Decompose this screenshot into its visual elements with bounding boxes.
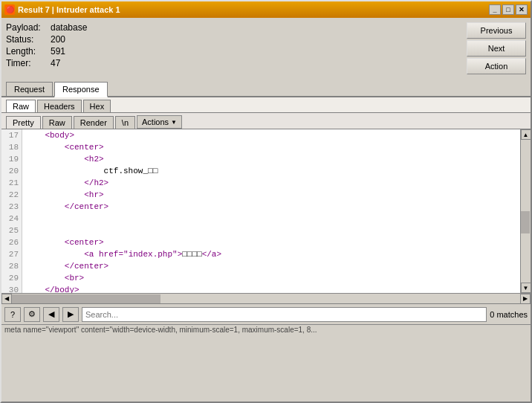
timer-label: Timer: — [6, 58, 51, 68]
help-button[interactable]: ? — [4, 307, 21, 322]
code-area: 17181920212223242526272829303132 <body> … — [1, 129, 531, 293]
timer-value: 47 — [51, 58, 60, 68]
status-bar: meta name="viewport" content="width=devi… — [1, 324, 531, 335]
search-input[interactable] — [82, 307, 487, 322]
status-text: meta name="viewport" content="width=devi… — [4, 326, 317, 334]
info-panel: Payload: database Status: 200 Length: 59… — [6, 22, 462, 74]
chevron-down-icon: ▼ — [171, 119, 177, 126]
inner-tab-bar: Pretty Raw Render \n Actions ▼ — [1, 113, 531, 129]
forward-button[interactable]: ▶ — [62, 307, 79, 322]
h-scroll-track[interactable] — [12, 294, 520, 303]
header-section: Payload: database Status: 200 Length: 59… — [1, 18, 531, 79]
app-icon: 🔴 — [4, 4, 15, 15]
vertical-scrollbar[interactable]: ▲ ▼ — [520, 129, 531, 293]
actions-dropdown-button[interactable]: Actions ▼ — [137, 115, 182, 129]
payload-row: Payload: database — [6, 22, 462, 33]
main-window: 🔴 Result 7 | Intruder attack 1 _ □ ✕ Pay… — [0, 0, 532, 403]
close-button[interactable]: ✕ — [516, 4, 528, 15]
innertab-pretty[interactable]: Pretty — [6, 116, 41, 129]
line-numbers: 17181920212223242526272829303132 — [1, 129, 22, 293]
scroll-right-arrow[interactable]: ▶ — [520, 294, 531, 304]
length-label: Length: — [6, 46, 51, 57]
button-panel: Previous Next Action — [467, 22, 526, 74]
action-button[interactable]: Action — [467, 58, 526, 74]
back-button[interactable]: ◀ — [43, 307, 59, 322]
length-row: Length: 591 — [6, 46, 462, 57]
title-bar-left: 🔴 Result 7 | Intruder attack 1 — [4, 4, 120, 15]
settings-button[interactable]: ⚙ — [24, 307, 40, 322]
status-label: Status: — [6, 34, 51, 45]
minimize-button[interactable]: _ — [489, 4, 501, 15]
status-value: 200 — [51, 34, 65, 45]
horizontal-scrollbar[interactable]: ◀ ▶ — [1, 293, 531, 303]
tab-request[interactable]: Request — [6, 82, 53, 96]
code-container: 17181920212223242526272829303132 <body> … — [1, 129, 520, 293]
title-controls: _ □ ✕ — [489, 4, 528, 15]
next-button[interactable]: Next — [467, 40, 526, 57]
window-title: Result 7 | Intruder attack 1 — [18, 5, 120, 14]
subtab-raw[interactable]: Raw — [6, 100, 36, 112]
scroll-up-arrow[interactable]: ▲ — [521, 129, 531, 140]
h-scroll-thumb[interactable] — [12, 294, 160, 303]
innertab-render[interactable]: Render — [74, 116, 114, 129]
scroll-left-arrow[interactable]: ◀ — [1, 294, 12, 304]
sub-tab-bar: Raw Headers Hex — [1, 97, 531, 113]
match-count: 0 matches — [490, 310, 528, 319]
length-value: 591 — [51, 46, 65, 57]
innertab-ln[interactable]: \n — [115, 116, 135, 129]
scroll-down-arrow[interactable]: ▼ — [521, 283, 531, 293]
tab-response[interactable]: Response — [54, 82, 108, 97]
maximize-button[interactable]: □ — [502, 4, 514, 15]
main-tab-bar: Request Response — [1, 79, 531, 97]
timer-row: Timer: 47 — [6, 58, 462, 68]
scroll-thumb[interactable] — [521, 211, 530, 233]
scroll-track[interactable] — [521, 140, 531, 283]
payload-label: Payload: — [6, 22, 51, 33]
subtab-headers[interactable]: Headers — [37, 100, 82, 112]
subtab-hex[interactable]: Hex — [83, 100, 111, 112]
payload-value: database — [51, 22, 87, 33]
title-bar: 🔴 Result 7 | Intruder attack 1 _ □ ✕ — [1, 1, 531, 18]
bottom-bar: ? ⚙ ◀ ▶ 0 matches — [1, 303, 531, 324]
actions-label: Actions — [142, 117, 169, 126]
code-lines: <body> <center> <h2> ctf.show_□□ </h2> <… — [22, 129, 520, 293]
status-row: Status: 200 — [6, 34, 462, 45]
previous-button[interactable]: Previous — [467, 22, 526, 39]
innertab-raw[interactable]: Raw — [42, 116, 72, 129]
